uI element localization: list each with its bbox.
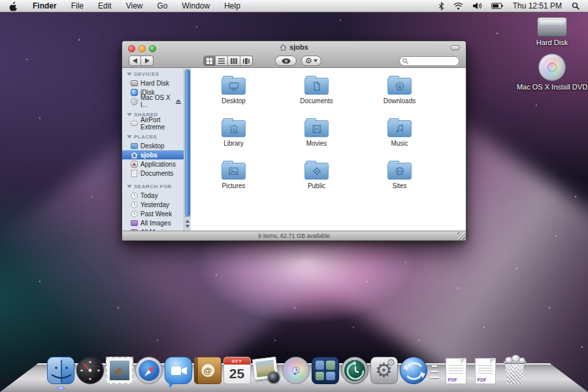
clock-icon: [131, 201, 138, 208]
menu-help[interactable]: Help: [217, 0, 248, 12]
eject-icon[interactable]: [176, 99, 181, 104]
folder-downloads[interactable]: Downloads: [358, 72, 441, 114]
status-text: 9 items, 62.71 GB available: [258, 233, 330, 239]
sidebar-item-past-week[interactable]: Past Week: [122, 209, 184, 218]
desktop: Finder File Edit View Go Window Help: [0, 0, 588, 392]
gear-icon: ⚙: [305, 57, 312, 65]
dock-item-mail[interactable]: [105, 351, 134, 384]
wifi-menu-extra[interactable]: [450, 0, 466, 12]
chevron-down-icon: [314, 59, 318, 62]
sidebar-item-applications[interactable]: A Applications: [122, 159, 184, 169]
search-icon: [402, 58, 408, 64]
folder-icon: [221, 120, 246, 137]
bluetooth-menu-extra[interactable]: [435, 0, 448, 12]
dock-item-pdf-document-2[interactable]: PDF: [470, 351, 500, 384]
disclosure-triangle-icon: [127, 73, 132, 76]
quick-look-button[interactable]: [275, 56, 297, 66]
hard-disk-icon: [537, 17, 567, 37]
scroll-up-arrow-icon[interactable]: [186, 220, 189, 223]
folder-library[interactable]: Library: [192, 114, 275, 157]
folder-public[interactable]: Public: [275, 157, 358, 199]
folder-movies[interactable]: Movies: [275, 114, 358, 157]
airport-device-icon: [131, 120, 138, 127]
desktop-icon-install-dvd[interactable]: Mac OS X Install DVD: [516, 54, 588, 91]
dock-item-trash[interactable]: [500, 351, 529, 384]
scrollbar-thumb[interactable]: [185, 69, 190, 217]
battery-menu-extra[interactable]: [488, 0, 506, 12]
menu-view[interactable]: View: [119, 0, 150, 12]
sidebar-item-sjobs[interactable]: sjobs: [122, 150, 184, 159]
idisk-icon: [131, 89, 138, 96]
toolbar-toggle-pill-button[interactable]: [450, 45, 460, 50]
dock-item-safari[interactable]: [134, 351, 163, 384]
sidebar-section-devices[interactable]: DEVICES: [122, 69, 184, 78]
sidebar-item-mac-os-x-install[interactable]: Mac OS X I...: [122, 97, 184, 106]
spaces-icon: [312, 357, 339, 384]
dock-item-itunes[interactable]: ♪: [281, 351, 310, 384]
sidebar-item-airport-extreme[interactable]: AirPort Extreme: [122, 119, 184, 128]
menu-finder[interactable]: Finder: [25, 0, 64, 12]
sidebar-item-all-images[interactable]: All Images: [122, 218, 184, 227]
menu-bar-clock[interactable]: Thu 12:51 PM: [509, 1, 566, 10]
column-view-button[interactable]: [228, 56, 240, 66]
film-emblem-icon: [305, 121, 328, 137]
wifi-icon: [453, 2, 463, 10]
sidebar-item-desktop[interactable]: Desktop: [122, 141, 184, 150]
photo-emblem-icon: [222, 163, 245, 179]
pdf-document-icon: PDF: [446, 358, 466, 384]
window-chrome[interactable]: sjobs: [122, 41, 466, 68]
dock-item-software-update[interactable]: [399, 351, 428, 384]
sidebar-section-places[interactable]: PLACES: [122, 132, 184, 141]
coverflow-view-button[interactable]: [240, 56, 253, 66]
menu-window[interactable]: Window: [175, 0, 218, 12]
desktop-icon: [131, 142, 138, 150]
sidebar-scrollbar[interactable]: [184, 68, 191, 231]
folder-icon: [387, 78, 412, 95]
apple-menu[interactable]: [0, 1, 25, 11]
sidebar-item-today[interactable]: Today: [122, 191, 184, 200]
dock-item-dashboard[interactable]: [75, 351, 105, 384]
folder-documents[interactable]: Documents: [275, 72, 358, 114]
volume-menu-extra[interactable]: [469, 0, 485, 12]
dock-item-ichat[interactable]: [163, 351, 193, 384]
view-switcher: [203, 56, 253, 66]
resize-grip[interactable]: [457, 232, 465, 240]
menu-bar: Finder File Edit View Go Window Help: [0, 0, 588, 12]
dock-item-address-book[interactable]: @: [193, 351, 222, 384]
scroll-down-arrow-icon[interactable]: [186, 225, 189, 228]
gear-icon: ⚙: [387, 357, 395, 367]
dock-item-system-preferences[interactable]: ⚙ ⚙: [369, 351, 399, 384]
sidebar-item-documents[interactable]: Documents: [122, 169, 184, 178]
folder-music[interactable]: Music: [358, 114, 441, 157]
action-menu-button[interactable]: ⚙: [301, 56, 321, 66]
folder-sites[interactable]: Sites: [358, 157, 441, 199]
scrollbar-arrows[interactable]: [184, 216, 191, 231]
folder-pictures[interactable]: Pictures: [192, 157, 275, 199]
sidebar-section-search-for[interactable]: SEARCH FOR: [122, 182, 184, 191]
clock-icon: [131, 210, 138, 218]
menu-go[interactable]: Go: [150, 0, 175, 12]
dashboard-icon: [76, 357, 104, 384]
icon-view-button[interactable]: [203, 56, 216, 66]
forward-button[interactable]: [141, 56, 154, 66]
menu-file[interactable]: File: [64, 0, 91, 12]
spotlight-menu-extra[interactable]: [568, 0, 583, 12]
dock-item-pdf-document-1[interactable]: PDF: [441, 351, 470, 384]
ical-icon: OCT 25: [223, 357, 251, 384]
sidebar-item-hard-disk[interactable]: Hard Disk: [122, 78, 184, 88]
sidebar: DEVICES Hard Disk iDisk Mac OS X I...: [122, 68, 184, 231]
sidebar-item-yesterday[interactable]: Yesterday: [122, 200, 184, 209]
back-button[interactable]: [129, 56, 141, 66]
dock-item-ical[interactable]: OCT 25: [222, 351, 252, 384]
dock-item-iphoto[interactable]: [252, 351, 281, 384]
dock-item-finder[interactable]: [46, 351, 75, 384]
search-input[interactable]: [410, 57, 456, 65]
menu-edit[interactable]: Edit: [91, 0, 119, 12]
list-view-button[interactable]: [216, 56, 228, 66]
disclosure-triangle-icon: [127, 135, 132, 139]
dock-item-time-machine[interactable]: [340, 351, 369, 384]
search-field[interactable]: [399, 56, 459, 66]
folder-desktop[interactable]: Desktop: [192, 72, 275, 114]
desktop-icon-hard-disk[interactable]: Hard Disk: [516, 17, 588, 46]
dock-item-spaces[interactable]: [310, 351, 340, 384]
